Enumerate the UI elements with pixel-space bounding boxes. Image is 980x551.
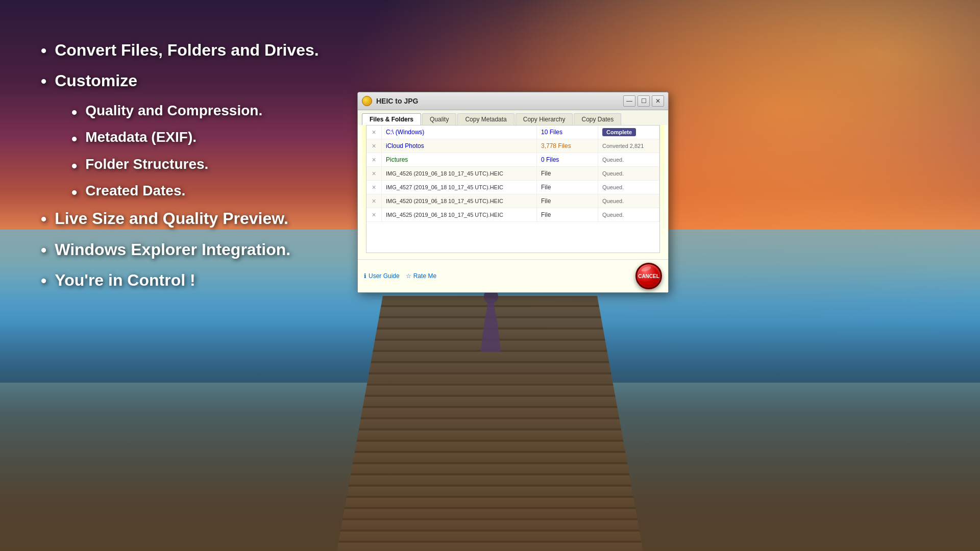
- file-count: File: [537, 194, 598, 208]
- feature-text: Live Size and Quality Preview.: [55, 209, 288, 228]
- remove-button[interactable]: ×: [366, 208, 382, 221]
- status-badge: Complete: [602, 128, 636, 136]
- feature-text: Folder Structures.: [85, 156, 208, 172]
- feature-text: Convert Files, Folders and Drives.: [55, 41, 318, 60]
- file-name: C:\ (Windows): [382, 126, 537, 139]
- table-row: × IMG_4525 (2019_06_18 10_17_45 UTC).HEI…: [366, 208, 659, 222]
- remove-button[interactable]: ×: [366, 126, 382, 139]
- remove-button[interactable]: ×: [366, 194, 382, 208]
- close-button[interactable]: ✕: [652, 95, 664, 107]
- minimize-button[interactable]: —: [623, 95, 635, 107]
- feature-text: Created Dates.: [85, 183, 185, 199]
- user-guide-link[interactable]: ℹ User Guide: [364, 272, 400, 280]
- dialog-title: HEIC to JPG: [376, 97, 418, 105]
- file-count: File: [537, 208, 598, 221]
- file-status: Queued.: [598, 153, 659, 166]
- table-row: × IMG_4527 (2019_06_18 10_17_45 UTC).HEI…: [366, 181, 659, 194]
- file-name: iCloud Photos: [382, 139, 537, 153]
- file-status: Queued.: [598, 167, 659, 180]
- remove-button[interactable]: ×: [366, 139, 382, 153]
- bullet-icon: •: [71, 183, 77, 202]
- file-name: IMG_4525 (2019_06_18 10_17_45 UTC).HEIC: [382, 208, 537, 221]
- feature-text: Quality and Compression.: [85, 103, 262, 119]
- table-row: × IMG_4526 (2019_06_18 10_17_45 UTC).HEI…: [366, 167, 659, 181]
- list-item: • Live Size and Quality Preview.: [41, 209, 319, 229]
- tab-copy-hierarchy[interactable]: Copy Hierarchy: [516, 113, 573, 125]
- dialog-content: × C:\ (Windows) 10 Files Complete × iClo…: [358, 125, 668, 259]
- app-icon: [362, 96, 372, 106]
- user-guide-label: User Guide: [369, 272, 400, 280]
- bullet-icon: •: [41, 271, 46, 290]
- star-icon: ☆: [406, 272, 411, 280]
- feature-text: Windows Explorer Integration.: [55, 240, 290, 259]
- file-count: File: [537, 181, 598, 194]
- tab-quality[interactable]: Quality: [422, 113, 456, 125]
- file-status: Queued.: [598, 194, 659, 208]
- tab-copy-metadata[interactable]: Copy Metadata: [457, 113, 514, 125]
- list-item: • Windows Explorer Integration.: [41, 240, 319, 260]
- file-count: 10 Files: [537, 126, 598, 139]
- info-icon: ℹ: [364, 272, 366, 280]
- person-silhouette: [471, 286, 511, 352]
- content-background: × C:\ (Windows) 10 Files Complete × iClo…: [362, 125, 664, 259]
- bullet-icon: •: [41, 41, 46, 60]
- bullet-icon: •: [71, 156, 77, 176]
- table-row: × C:\ (Windows) 10 Files Complete: [366, 126, 659, 139]
- file-status: Queued.: [598, 208, 659, 221]
- file-status: Converted 2,821: [598, 139, 659, 153]
- file-status: Queued.: [598, 181, 659, 194]
- remove-button[interactable]: ×: [366, 181, 382, 194]
- files-table: × C:\ (Windows) 10 Files Complete × iClo…: [366, 125, 660, 253]
- title-bar-left: HEIC to JPG: [362, 96, 418, 106]
- title-bar: HEIC to JPG — ☐ ✕: [358, 92, 668, 110]
- dialog-window: HEIC to JPG — ☐ ✕ Files & Folders Qualit…: [357, 92, 669, 293]
- file-status: Complete: [598, 126, 659, 139]
- window-controls: — ☐ ✕: [623, 95, 664, 107]
- file-name: IMG_4527 (2019_06_18 10_17_45 UTC).HEIC: [382, 181, 537, 194]
- cancel-button[interactable]: CANCEL: [635, 263, 662, 289]
- list-item: • Convert Files, Folders and Drives.: [41, 41, 319, 60]
- bullet-icon: •: [41, 71, 46, 91]
- bullet-icon: •: [71, 103, 77, 122]
- list-item: • Quality and Compression.: [71, 103, 319, 122]
- features-list: • Convert Files, Folders and Drives. • C…: [41, 41, 319, 302]
- tab-files-folders[interactable]: Files & Folders: [362, 113, 421, 125]
- feature-text: You're in Control !: [55, 271, 195, 290]
- maximize-button[interactable]: ☐: [638, 95, 650, 107]
- list-item: • Metadata (EXIF).: [71, 129, 319, 148]
- dialog-footer: ℹ User Guide ☆ Rate Me CANCEL: [358, 259, 668, 292]
- feature-text: Customize: [55, 71, 137, 90]
- list-item: • Customize: [41, 71, 319, 91]
- remove-button[interactable]: ×: [366, 153, 382, 166]
- table-empty-space: [366, 222, 659, 253]
- cancel-label: CANCEL: [638, 273, 659, 279]
- tab-copy-dates[interactable]: Copy Dates: [574, 113, 621, 125]
- bullet-icon: •: [41, 209, 46, 229]
- file-name: Pictures: [382, 153, 537, 166]
- file-name: IMG_4520 (2019_06_18 10_17_45 UTC).HEIC: [382, 194, 537, 208]
- tabs-bar: Files & Folders Quality Copy Metadata Co…: [358, 110, 668, 125]
- list-item: • You're in Control !: [41, 271, 319, 290]
- table-row: × Pictures 0 Files Queued.: [366, 153, 659, 167]
- list-item: • Folder Structures.: [71, 156, 319, 176]
- file-name: IMG_4526 (2019_06_18 10_17_45 UTC).HEIC: [382, 167, 537, 180]
- footer-links: ℹ User Guide ☆ Rate Me: [364, 272, 436, 280]
- rate-me-label: Rate Me: [413, 272, 436, 280]
- table-row: × iCloud Photos 3,778 Files Converted 2,…: [366, 139, 659, 153]
- file-count: 3,778 Files: [537, 139, 598, 153]
- feature-text: Metadata (EXIF).: [85, 129, 197, 145]
- file-count: 0 Files: [537, 153, 598, 166]
- bullet-icon: •: [71, 129, 77, 148]
- rate-me-link[interactable]: ☆ Rate Me: [406, 272, 436, 280]
- table-row: × IMG_4520 (2019_06_18 10_17_45 UTC).HEI…: [366, 194, 659, 208]
- remove-button[interactable]: ×: [366, 167, 382, 180]
- bullet-icon: •: [41, 240, 46, 260]
- list-item: • Created Dates.: [71, 183, 319, 202]
- file-count: File: [537, 167, 598, 180]
